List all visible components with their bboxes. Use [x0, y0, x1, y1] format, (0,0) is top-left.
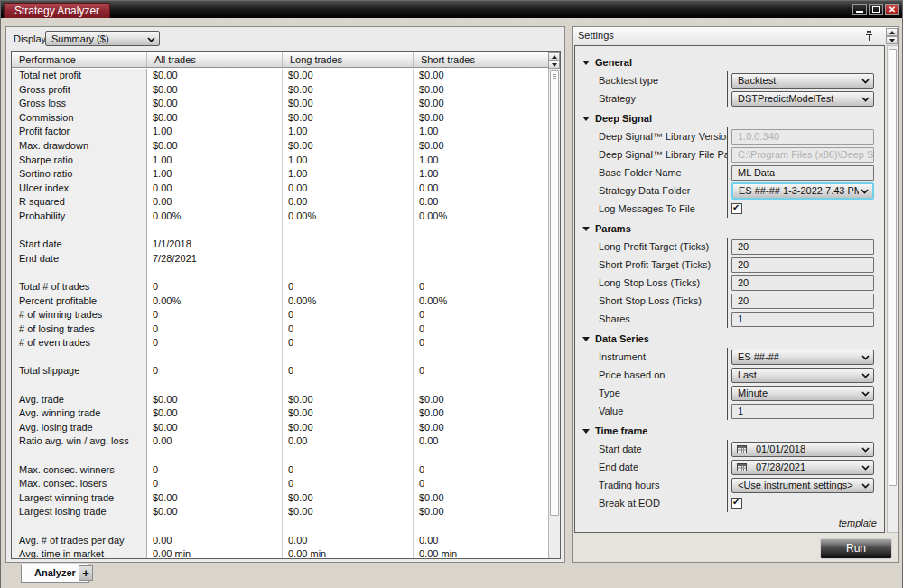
section-header[interactable]: Deep Signal — [581, 109, 879, 127]
display-dropdown[interactable]: Summary ($) — [45, 31, 160, 46]
dropdown[interactable]: ES ##-## — [731, 350, 874, 365]
dropdown[interactable]: DSTPredictModelTest — [731, 91, 874, 107]
text-input[interactable]: 1 — [731, 404, 874, 419]
row-value-all — [147, 519, 283, 534]
table-row[interactable]: Ratio avg. win / avg. loss0.000.000.00 — [12, 434, 548, 449]
row-label: Percent profitable — [12, 294, 147, 309]
row-label: Ratio avg. win / avg. loss — [12, 434, 147, 449]
scroll-up-button[interactable] — [548, 52, 560, 61]
date-picker[interactable]: 07/28/2021 — [731, 460, 874, 475]
table-row[interactable]: Start date1/1/2018 — [12, 238, 548, 252]
text-input[interactable]: 20 — [731, 275, 874, 291]
column-header-short-trades[interactable]: Short trades — [414, 52, 548, 67]
table-row[interactable]: Profit factor1.001.001.00 — [12, 125, 548, 139]
table-row[interactable]: Largest losing trade$0.00$0.00$0.00 — [12, 505, 548, 519]
text-input[interactable]: 1 — [731, 312, 874, 327]
dropdown[interactable]: Backtest — [731, 73, 874, 89]
window-title-tab[interactable]: Strategy Analyzer — [4, 3, 110, 18]
table-row[interactable]: Avg. winning trade$0.00$0.00$0.00 — [12, 406, 548, 421]
dropdown[interactable]: Minute — [731, 386, 874, 401]
maximize-button[interactable] — [869, 4, 883, 15]
run-button[interactable]: Run — [820, 538, 892, 559]
table-row[interactable]: Total net profit$0.00$0.00$0.00 — [12, 69, 548, 83]
row-value-long: $0.00 — [283, 406, 414, 421]
performance-table-body: Total net profit$0.00$0.00$0.00Gross pro… — [12, 69, 548, 558]
row-value-short: $0.00 — [414, 97, 548, 111]
table-row[interactable]: Max. consec. winners000 — [12, 463, 548, 478]
table-row[interactable] — [12, 449, 548, 463]
table-row[interactable] — [12, 266, 548, 280]
table-row[interactable]: Avg. # of trades per day0.000.000.00 — [12, 534, 548, 548]
section-header[interactable]: Time frame — [581, 422, 879, 440]
text-input[interactable]: 20 — [731, 257, 874, 273]
checkbox[interactable]: ✔ — [731, 498, 742, 509]
grid-scrollbar[interactable] — [548, 52, 560, 558]
check-icon: ✔ — [732, 202, 740, 212]
column-header-all-trades[interactable]: All trades — [147, 52, 283, 67]
settings-scrollbar[interactable] — [887, 45, 898, 533]
triangle-down-icon — [552, 63, 557, 67]
section-header[interactable]: General — [581, 53, 879, 71]
table-row[interactable]: Avg. time in market0.00 min0.00 min0.00 … — [12, 547, 548, 558]
template-link[interactable]: template — [839, 518, 877, 528]
table-row[interactable]: Total # of trades000 — [12, 280, 548, 294]
settings-row: Backtest typeBacktest — [581, 71, 879, 89]
text-input[interactable]: ML Data — [731, 165, 874, 181]
checkbox[interactable]: ✔ — [731, 203, 742, 214]
pin-icon[interactable] — [865, 30, 873, 42]
table-row[interactable]: Max. drawdown$0.00$0.00$0.00 — [12, 139, 548, 154]
dropdown-value: ES ##-## 1-3-2022 7.43 PM — [733, 185, 859, 196]
row-value-short — [414, 350, 548, 365]
table-row[interactable]: # of even trades000 — [12, 336, 548, 350]
field-label: Base Folder Name — [581, 167, 727, 178]
table-row[interactable] — [12, 519, 548, 534]
settings-scroll-up-button[interactable] — [886, 28, 898, 36]
input-value: 1.0.0.340 — [732, 131, 779, 142]
section-header[interactable]: Data Series — [581, 330, 879, 348]
input-value: 20 — [732, 259, 749, 270]
table-row[interactable]: Gross loss$0.00$0.00$0.00 — [12, 97, 548, 111]
scroll-down-button[interactable] — [548, 61, 560, 69]
row-value-long — [283, 266, 414, 280]
table-row[interactable]: Total slippage000 — [12, 364, 548, 378]
dropdown[interactable]: Last — [731, 368, 874, 383]
table-row[interactable]: R squared0.000.000.00 — [12, 195, 548, 210]
add-tab-button[interactable]: + — [79, 565, 93, 581]
table-row[interactable]: Probability0.00%0.00%0.00% — [12, 210, 548, 224]
section-header[interactable]: Params — [581, 219, 879, 238]
dropdown[interactable]: <Use instrument settings> — [731, 478, 874, 493]
table-row[interactable]: Sharpe ratio1.001.001.00 — [12, 154, 548, 168]
table-row[interactable]: Ulcer index0.000.000.00 — [12, 182, 548, 196]
table-row[interactable]: Gross profit$0.00$0.00$0.00 — [12, 83, 548, 98]
table-row[interactable]: Commission$0.00$0.00$0.00 — [12, 111, 548, 126]
row-value-short: $0.00 — [414, 69, 548, 83]
table-row[interactable]: # of winning trades000 — [12, 308, 548, 322]
field-label: Deep Signal™ Library Version — [581, 131, 727, 142]
table-row[interactable]: Sortino ratio1.001.001.00 — [12, 167, 548, 182]
table-row[interactable] — [12, 224, 548, 238]
grid-scrollbar-thumb[interactable] — [550, 70, 559, 516]
dropdown-value: 01/01/2018 — [750, 443, 860, 454]
settings-row: InstrumentES ##-## — [581, 348, 879, 366]
table-row[interactable] — [12, 350, 548, 365]
text-input[interactable]: 20 — [731, 239, 874, 255]
close-button[interactable]: ✕ — [885, 4, 899, 15]
minimize-button[interactable] — [852, 4, 867, 15]
settings-scroll-down-button[interactable] — [886, 36, 898, 44]
dropdown[interactable]: ES ##-## 1-3-2022 7.43 PM — [731, 182, 874, 200]
text-input[interactable]: 20 — [731, 294, 874, 309]
table-row[interactable]: End date7/28/2021 — [12, 252, 548, 266]
column-header-long-trades[interactable]: Long trades — [283, 52, 414, 67]
calendar-icon — [737, 444, 747, 453]
table-row[interactable]: Avg. trade$0.00$0.00$0.00 — [12, 393, 548, 407]
table-row[interactable]: Avg. losing trade$0.00$0.00$0.00 — [12, 421, 548, 435]
table-row[interactable]: Max. consec. losers000 — [12, 477, 548, 491]
column-header-performance[interactable]: Performance — [12, 52, 147, 67]
table-row[interactable] — [12, 378, 548, 393]
table-row[interactable]: # of losing trades000 — [12, 322, 548, 337]
settings-scrollbar-thumb[interactable] — [889, 49, 897, 486]
row-value-short: $0.00 — [414, 111, 548, 126]
table-row[interactable]: Percent profitable0.00%0.00%0.00% — [12, 294, 548, 309]
date-picker[interactable]: 01/01/2018 — [731, 442, 874, 457]
table-row[interactable]: Largest winning trade$0.00$0.00$0.00 — [12, 491, 548, 506]
